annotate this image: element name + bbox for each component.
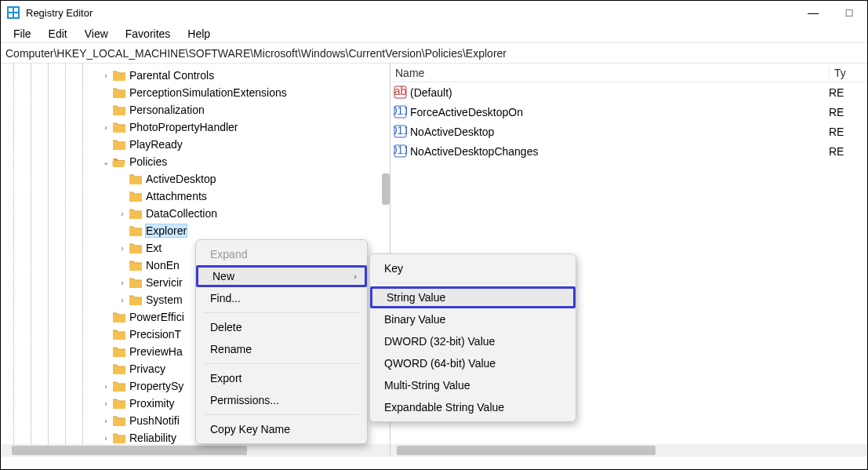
- tree-item[interactable]: ›PhotoPropertyHandler: [1, 118, 390, 136]
- folder-icon: [112, 312, 126, 323]
- chevron-right-icon[interactable]: ›: [116, 209, 129, 218]
- tree-hscroll-thumb[interactable]: [12, 446, 247, 455]
- menu-item-label: Permissions...: [210, 394, 279, 406]
- menu-item-label: Delete: [210, 321, 242, 333]
- menu-item-dword-32-bit-value[interactable]: DWORD (32-bit) Value: [370, 330, 576, 352]
- address-bar[interactable]: Computer\HKEY_LOCAL_MACHINE\SOFTWARE\Mic…: [1, 43, 867, 64]
- tree-item-label: Proximity: [129, 397, 175, 410]
- tree-item-label: System: [146, 293, 183, 306]
- folder-icon: [129, 260, 143, 271]
- list-hscroll-thumb[interactable]: [397, 446, 656, 455]
- col-name[interactable]: Name: [390, 67, 830, 79]
- tree-item-label: Personalization: [129, 104, 205, 116]
- folder-icon: [129, 191, 143, 202]
- menu-item-label: Export: [210, 372, 242, 384]
- tree-item-label: PropertySy: [129, 380, 183, 392]
- menu-item-export[interactable]: Export: [196, 367, 367, 389]
- tree-item-label: PhotoPropertyHandler: [129, 121, 238, 133]
- folder-icon: [129, 294, 143, 306]
- tree-item[interactable]: Personalization: [1, 101, 390, 118]
- menu-file[interactable]: File: [5, 26, 39, 42]
- menu-item-delete[interactable]: Delete: [196, 316, 367, 338]
- value-name: ForceActiveDesktopOn: [410, 106, 829, 118]
- tree-item-label: Privacy: [129, 363, 165, 375]
- list-hscroll[interactable]: [390, 444, 867, 457]
- value-type: RE: [829, 106, 844, 118]
- menu-favorites[interactable]: Favorites: [118, 26, 179, 42]
- tree-item-label: PrecisionT: [129, 328, 181, 341]
- tree-item[interactable]: PlayReady: [1, 136, 390, 153]
- folder-icon: [112, 398, 126, 410]
- menu-item-multi-string-value[interactable]: Multi-String Value: [370, 374, 576, 396]
- chevron-right-icon[interactable]: ›: [100, 399, 112, 408]
- menu-item-label: QWORD (64-bit) Value: [384, 357, 496, 370]
- tree-item[interactable]: Attachments: [1, 188, 390, 205]
- svg-rect-3: [9, 13, 13, 17]
- tree-item[interactable]: ⌄Policies: [1, 153, 390, 170]
- menu-item-permissions[interactable]: Permissions...: [196, 389, 367, 411]
- svg-text:011: 011: [394, 125, 407, 137]
- menu-item-label: Rename: [210, 343, 252, 355]
- tree-item[interactable]: ›Parental Controls: [1, 67, 390, 84]
- menu-item-string-value[interactable]: String Value: [370, 286, 576, 308]
- menu-separator: [378, 282, 568, 283]
- binary-value-icon: 011: [394, 125, 407, 138]
- menu-item-qword-64-bit-value[interactable]: QWORD (64-bit) Value: [370, 352, 576, 374]
- folder-icon: [112, 329, 126, 341]
- menu-item-label: Key: [384, 262, 403, 275]
- chevron-right-icon[interactable]: ›: [100, 434, 112, 443]
- menu-help[interactable]: Help: [180, 26, 218, 42]
- tree-hscroll[interactable]: [1, 444, 390, 457]
- menu-item-key[interactable]: Key: [370, 257, 576, 279]
- maximize-button[interactable]: □: [831, 1, 867, 24]
- value-row[interactable]: 011NoActiveDesktopChangesRE: [390, 141, 867, 161]
- svg-rect-2: [14, 8, 18, 12]
- chevron-down-icon[interactable]: ⌄: [100, 158, 112, 166]
- menu-separator: [204, 414, 359, 415]
- tree-item-label: Parental Controls: [129, 69, 214, 82]
- folder-icon: [112, 346, 126, 358]
- chevron-right-icon[interactable]: ›: [100, 71, 112, 80]
- tree-item[interactable]: ActiveDesktop: [1, 170, 390, 188]
- col-type[interactable]: Ty: [830, 67, 867, 79]
- menu-item-find[interactable]: Find...: [196, 287, 367, 309]
- menu-item-new[interactable]: New›: [196, 265, 367, 287]
- menu-item-binary-value[interactable]: Binary Value: [370, 308, 576, 330]
- tree-item-label: Attachments: [146, 190, 207, 202]
- folder-icon: [112, 139, 126, 151]
- value-row[interactable]: ab(Default)RE: [390, 82, 867, 102]
- menu-item-label: New: [212, 270, 234, 282]
- folder-icon: [129, 173, 143, 185]
- svg-rect-4: [14, 13, 18, 17]
- menu-item-label: String Value: [387, 291, 445, 304]
- title-bar: Registry Editor — □: [1, 1, 867, 24]
- svg-text:ab: ab: [394, 86, 407, 97]
- menu-item-label: Copy Key Name: [210, 423, 290, 435]
- menu-view[interactable]: View: [77, 26, 116, 42]
- chevron-right-icon: ›: [354, 271, 357, 281]
- tree-item[interactable]: Explorer: [1, 222, 390, 239]
- tree-item-label: NonEn: [146, 259, 180, 271]
- menu-item-expandable-string-value[interactable]: Expandable String Value: [370, 396, 576, 418]
- value-row[interactable]: 011NoActiveDesktopRE: [390, 122, 867, 141]
- chevron-right-icon[interactable]: ›: [100, 382, 112, 391]
- value-row[interactable]: 011ForceActiveDesktopOnRE: [390, 102, 867, 122]
- tree-item-label: Policies: [129, 155, 167, 168]
- context-submenu-new: KeyString ValueBinary ValueDWORD (32-bit…: [369, 253, 576, 422]
- svg-rect-1: [9, 8, 13, 12]
- menu-edit[interactable]: Edit: [41, 26, 75, 42]
- tree-item[interactable]: ›DataCollection: [1, 205, 390, 222]
- menu-item-rename[interactable]: Rename: [196, 338, 367, 360]
- chevron-right-icon[interactable]: ›: [116, 296, 129, 304]
- tree-item[interactable]: PerceptionSimulationExtensions: [1, 84, 390, 101]
- menu-item-label: Expand: [210, 248, 247, 261]
- tree-vscroll-thumb[interactable]: [382, 173, 390, 205]
- chevron-right-icon[interactable]: ›: [116, 279, 129, 287]
- chevron-right-icon[interactable]: ›: [100, 123, 112, 132]
- address-text: Computer\HKEY_LOCAL_MACHINE\SOFTWARE\Mic…: [5, 47, 507, 60]
- chevron-right-icon[interactable]: ›: [116, 244, 129, 253]
- minimize-button[interactable]: —: [795, 1, 831, 24]
- chevron-right-icon[interactable]: ›: [100, 417, 112, 425]
- menu-item-copy-key-name[interactable]: Copy Key Name: [196, 418, 367, 440]
- folder-icon: [112, 87, 126, 99]
